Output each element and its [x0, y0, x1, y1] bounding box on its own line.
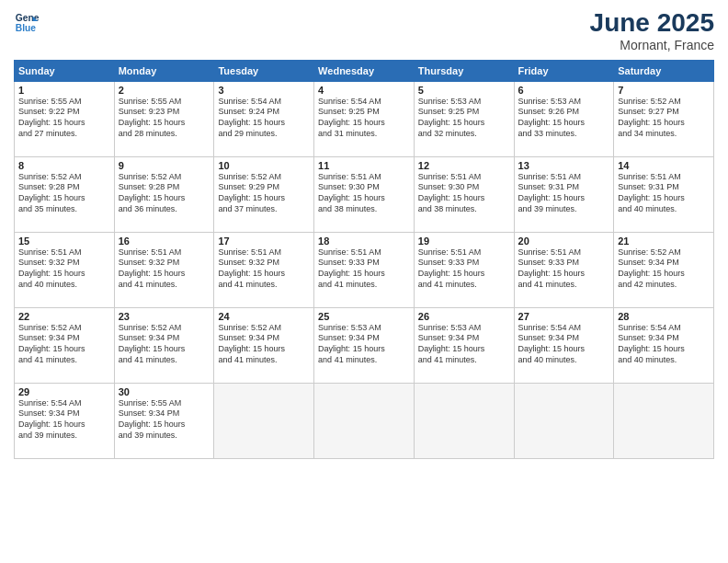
cell-empty-1	[214, 383, 314, 458]
week-row: 1 Sunrise: 5:55 AMSunset: 9:22 PMDayligh…	[15, 81, 714, 156]
calendar-table: Sunday Monday Tuesday Wednesday Thursday…	[14, 60, 714, 459]
cell-19: 19 Sunrise: 5:51 AMSunset: 9:33 PMDaylig…	[414, 232, 514, 307]
week-row: 8 Sunrise: 5:52 AMSunset: 9:28 PMDayligh…	[15, 156, 714, 232]
cell-3: 3 Sunrise: 5:54 AMSunset: 9:24 PMDayligh…	[214, 81, 314, 156]
cell-11: 11 Sunrise: 5:51 AMSunset: 9:30 PMDaylig…	[314, 156, 415, 232]
cell-12: 12 Sunrise: 5:51 AMSunset: 9:30 PMDaylig…	[414, 156, 514, 232]
page: General Blue June 2025 Mornant, France S…	[0, 0, 728, 563]
cell-27: 27 Sunrise: 5:54 AMSunset: 9:34 PMDaylig…	[514, 307, 614, 383]
cell-16: 16 Sunrise: 5:51 AMSunset: 9:32 PMDaylig…	[114, 232, 214, 307]
logo-icon: General Blue	[14, 9, 40, 35]
cell-5: 5 Sunrise: 5:53 AMSunset: 9:25 PMDayligh…	[414, 81, 514, 156]
col-monday: Monday	[114, 60, 214, 81]
cell-13: 13 Sunrise: 5:51 AMSunset: 9:31 PMDaylig…	[514, 156, 614, 232]
cell-17: 17 Sunrise: 5:51 AMSunset: 9:32 PMDaylig…	[214, 232, 314, 307]
cell-25: 25 Sunrise: 5:53 AMSunset: 9:34 PMDaylig…	[314, 307, 415, 383]
cell-7: 7 Sunrise: 5:52 AMSunset: 9:27 PMDayligh…	[614, 81, 714, 156]
week-row: 15 Sunrise: 5:51 AMSunset: 9:32 PMDaylig…	[15, 232, 714, 307]
header-row: Sunday Monday Tuesday Wednesday Thursday…	[15, 60, 714, 81]
svg-text:Blue: Blue	[16, 23, 37, 33]
cell-6: 6 Sunrise: 5:53 AMSunset: 9:26 PMDayligh…	[514, 81, 614, 156]
cell-22: 22 Sunrise: 5:52 AMSunset: 9:34 PMDaylig…	[15, 307, 115, 383]
week-row: 29 Sunrise: 5:54 AMSunset: 9:34 PMDaylig…	[15, 383, 714, 458]
cell-empty-4	[514, 383, 614, 458]
col-tuesday: Tuesday	[214, 60, 314, 81]
col-sunday: Sunday	[15, 60, 115, 81]
month-title: June 2025	[590, 9, 714, 38]
cell-18: 18 Sunrise: 5:51 AMSunset: 9:33 PMDaylig…	[314, 232, 415, 307]
cell-9: 9 Sunrise: 5:52 AMSunset: 9:28 PMDayligh…	[114, 156, 214, 232]
cell-28: 28 Sunrise: 5:54 AMSunset: 9:34 PMDaylig…	[614, 307, 714, 383]
col-wednesday: Wednesday	[314, 60, 415, 81]
title-block: June 2025 Mornant, France	[590, 9, 714, 52]
cell-1: 1 Sunrise: 5:55 AMSunset: 9:22 PMDayligh…	[15, 81, 115, 156]
cell-4: 4 Sunrise: 5:54 AMSunset: 9:25 PMDayligh…	[314, 81, 415, 156]
cell-29: 29 Sunrise: 5:54 AMSunset: 9:34 PMDaylig…	[15, 383, 115, 458]
cell-empty-2	[314, 383, 415, 458]
cell-20: 20 Sunrise: 5:51 AMSunset: 9:33 PMDaylig…	[514, 232, 614, 307]
cell-15: 15 Sunrise: 5:51 AMSunset: 9:32 PMDaylig…	[15, 232, 115, 307]
cell-26: 26 Sunrise: 5:53 AMSunset: 9:34 PMDaylig…	[414, 307, 514, 383]
svg-text:General: General	[16, 13, 40, 23]
cell-21: 21 Sunrise: 5:52 AMSunset: 9:34 PMDaylig…	[614, 232, 714, 307]
logo: General Blue	[14, 9, 40, 35]
cell-10: 10 Sunrise: 5:52 AMSunset: 9:29 PMDaylig…	[214, 156, 314, 232]
cell-empty-5	[614, 383, 714, 458]
cell-2: 2 Sunrise: 5:55 AMSunset: 9:23 PMDayligh…	[114, 81, 214, 156]
cell-23: 23 Sunrise: 5:52 AMSunset: 9:34 PMDaylig…	[114, 307, 214, 383]
cell-8: 8 Sunrise: 5:52 AMSunset: 9:28 PMDayligh…	[15, 156, 115, 232]
cell-30: 30 Sunrise: 5:55 AMSunset: 9:34 PMDaylig…	[114, 383, 214, 458]
col-thursday: Thursday	[414, 60, 514, 81]
header: General Blue June 2025 Mornant, France	[14, 9, 714, 52]
location: Mornant, France	[590, 38, 714, 52]
cell-14: 14 Sunrise: 5:51 AMSunset: 9:31 PMDaylig…	[614, 156, 714, 232]
week-row: 22 Sunrise: 5:52 AMSunset: 9:34 PMDaylig…	[15, 307, 714, 383]
col-saturday: Saturday	[614, 60, 714, 81]
cell-empty-3	[414, 383, 514, 458]
col-friday: Friday	[514, 60, 614, 81]
cell-24: 24 Sunrise: 5:52 AMSunset: 9:34 PMDaylig…	[214, 307, 314, 383]
